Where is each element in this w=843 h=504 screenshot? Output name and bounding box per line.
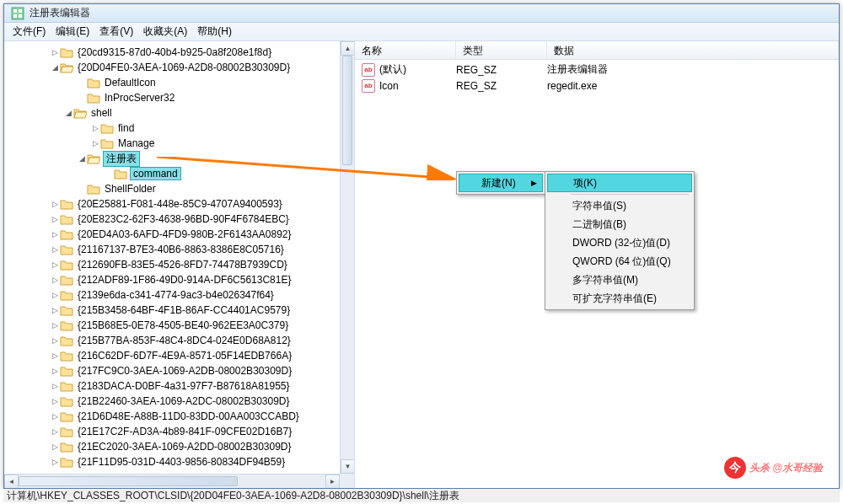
window-title: 注册表编辑器 [30, 6, 90, 20]
tree-row[interactable]: ▷ {215B3458-64BF-4F1B-86AF-CC4401AC9579} [9, 303, 340, 318]
tree-row[interactable]: ▷ {20ED4A03-6AFD-4FD9-980B-2F6143AA0892} [9, 227, 340, 242]
folder-icon [60, 304, 73, 316]
menu-item[interactable]: 多字符串值(M) [547, 271, 692, 289]
menu-new[interactable]: 新建(N) ▶ [459, 174, 543, 192]
tree-label: 注册表 [103, 151, 140, 167]
tree-row[interactable]: ShellFolder [9, 181, 340, 196]
tree-row[interactable]: ▷ {215B77BA-853F-48C4-8DC4-024E0D68A812} [9, 333, 340, 348]
tree-row[interactable]: ▷ {21B22460-3AEA-1069-A2DC-08002B30309D} [9, 394, 340, 409]
twisty-icon[interactable]: ▷ [50, 427, 60, 436]
scroll-thumb[interactable] [342, 56, 352, 165]
twisty-icon[interactable]: ▷ [50, 442, 60, 451]
twisty-icon[interactable]: ▷ [90, 139, 100, 147]
tree-label: DefaultIcon [103, 77, 158, 88]
value-type: REG_SZ [456, 80, 547, 92]
tree-row[interactable]: ▷ {21E17C2F-AD3A-4b89-841F-09CFE02D16B7} [9, 424, 340, 439]
twisty-icon[interactable]: ▷ [50, 215, 60, 223]
tree-row[interactable]: ▷ {216C62DF-6D7F-4E9A-8571-05F14EDB766A} [9, 348, 340, 363]
tree-row[interactable]: ▷ {21EC2020-3AEA-1069-A2DD-08002B30309D} [9, 439, 340, 454]
twisty-icon[interactable]: ▷ [50, 291, 60, 299]
twisty-icon[interactable]: ◢ [63, 109, 73, 117]
col-name[interactable]: 名称 [355, 41, 456, 59]
tree-row[interactable]: command [9, 166, 340, 181]
menu-new-key[interactable]: 项(K) [547, 174, 692, 192]
twisty-icon[interactable]: ▷ [50, 321, 60, 330]
menu-favorites[interactable]: 收藏夹(A) [138, 23, 192, 40]
twisty-icon[interactable]: ▷ [50, 382, 60, 390]
tree-row[interactable]: InProcServer32 [9, 90, 340, 105]
tree-label: {21D6D48E-A88B-11D0-83DD-00AA003CCABD} [76, 410, 301, 422]
menu-view[interactable]: 查看(V) [94, 23, 138, 40]
folder-icon [60, 319, 73, 331]
folder-icon [60, 259, 73, 271]
value-name: Icon [379, 80, 399, 92]
tree-row[interactable]: ▷ {2183DACA-D0BF-4a31-97F7-B87618A81955} [9, 378, 340, 394]
folder-icon [60, 441, 73, 453]
col-data[interactable]: 数据 [547, 41, 839, 59]
menu-item[interactable]: DWORD (32-位)值(D) [547, 233, 692, 252]
menu-item[interactable]: 二进制值(B) [547, 215, 692, 233]
twisty-icon[interactable]: ▷ [50, 276, 60, 284]
tree-row[interactable]: ▷ {215B68E5-0E78-4505-BE40-962EE3A0C379} [9, 318, 340, 333]
twisty-icon[interactable]: ▷ [50, 306, 60, 314]
tree-label: {212690FB-83E5-4526-8FD7-74478B7939CD} [76, 259, 289, 271]
tree-row[interactable]: ▷ {212ADF89-1F86-49D0-914A-DF6C5613C81E} [9, 272, 340, 287]
scroll-right-icon[interactable]: ► [325, 475, 340, 488]
tree-row[interactable]: ▷ {20E823C2-62F3-4638-96BD-90F4F6784EBC} [9, 212, 340, 227]
menu-edit[interactable]: 编辑(E) [51, 23, 94, 40]
folder-icon [60, 350, 73, 362]
value-row[interactable]: abIcon REG_SZ regedit.exe [355, 78, 839, 94]
value-row[interactable]: ab(默认) REG_SZ 注册表编辑器 [355, 62, 839, 78]
twisty-icon[interactable]: ▷ [50, 351, 60, 360]
scrollbar-horizontal[interactable]: ◄ ► [4, 474, 340, 488]
scroll-corner [340, 474, 354, 488]
twisty-icon[interactable]: ◢ [77, 154, 87, 163]
twisty-icon[interactable]: ▷ [50, 397, 60, 405]
titlebar[interactable]: 注册表编辑器 [4, 4, 839, 23]
tree-row[interactable]: ▷ {20E25881-F081-448e-85C9-4707A9400593} [9, 196, 340, 212]
twisty-icon[interactable]: ▷ [50, 458, 60, 466]
tree-row[interactable]: ▷ {20cd9315-87d0-40b4-b925-0a8f208e1f8d} [9, 45, 340, 60]
tree-row[interactable]: ◢ {20D04FE0-3AEA-1069-A2D8-08002B30309D} [9, 60, 340, 75]
menu-item[interactable]: QWORD (64 位)值(Q) [547, 252, 692, 271]
twisty-icon[interactable]: ▷ [50, 336, 60, 345]
col-type[interactable]: 类型 [456, 41, 547, 59]
string-value-icon: ab [362, 79, 375, 93]
twisty-icon[interactable]: ▷ [50, 412, 60, 421]
scroll-left-icon[interactable]: ◄ [4, 475, 19, 488]
tree-scroll[interactable]: ▷ {20cd9315-87d0-40b4-b925-0a8f208e1f8d}… [4, 41, 340, 474]
menu-help[interactable]: 帮助(H) [192, 23, 237, 40]
folder-icon [60, 410, 73, 422]
folder-icon [60, 380, 73, 392]
tree-label: InProcServer32 [103, 92, 176, 104]
tree-row[interactable]: ▷ {212690FB-83E5-4526-8FD7-74478B7939CD} [9, 257, 340, 272]
tree-label: {21E17C2F-AD3A-4b89-841F-09CFE02D16B7} [76, 426, 293, 437]
tree-row[interactable]: ▷ {21F11D95-031D-4403-9856-80834DF94B59} [9, 454, 340, 469]
twisty-icon[interactable]: ▷ [50, 230, 60, 239]
twisty-icon[interactable]: ◢ [50, 63, 60, 72]
tree-row[interactable]: ▷ Manage [9, 136, 340, 151]
twisty-icon[interactable]: ▷ [50, 245, 60, 254]
tree-row[interactable]: ◢ 注册表 [9, 151, 340, 166]
twisty-icon[interactable]: ▷ [90, 124, 100, 132]
twisty-icon[interactable]: ▷ [50, 48, 60, 56]
scroll-down-icon[interactable]: ▼ [341, 459, 355, 474]
menu-item[interactable]: 可扩充字符串值(E) [547, 289, 692, 308]
tree-row[interactable]: ▷ {2139e6da-c341-4774-9ac3-b4e026347f64} [9, 287, 340, 303]
tree-row[interactable]: DefaultIcon [9, 75, 340, 90]
scroll-up-icon[interactable]: ▲ [341, 41, 355, 56]
folder-icon [87, 77, 100, 88]
tree-row[interactable]: ▷ find [9, 121, 340, 136]
twisty-icon[interactable]: ▷ [50, 200, 60, 208]
submenu-new: 项(K) 字符串值(S)二进制值(B)DWORD (32-位)值(D)QWORD… [545, 171, 695, 310]
twisty-icon[interactable]: ▷ [50, 367, 60, 375]
menu-item[interactable]: 字符串值(S) [547, 196, 692, 215]
tree-row[interactable]: ◢ shell [9, 105, 340, 121]
menu-file[interactable]: 文件(F) [8, 23, 51, 40]
twisty-icon[interactable]: ▷ [50, 260, 60, 269]
tree-row[interactable]: ▷ {217FC9C0-3AEA-1069-A2DB-08002B30309D} [9, 363, 340, 378]
tree-row[interactable]: ▷ {21167137-B7E3-40B6-8863-8386E8C05716} [9, 242, 340, 257]
tree-row[interactable]: ▷ {21D6D48E-A88B-11D0-83DD-00AA003CCABD} [9, 409, 340, 424]
scrollbar-vertical[interactable]: ▲ ▼ [340, 41, 354, 474]
scroll-thumb-h[interactable] [19, 476, 238, 486]
